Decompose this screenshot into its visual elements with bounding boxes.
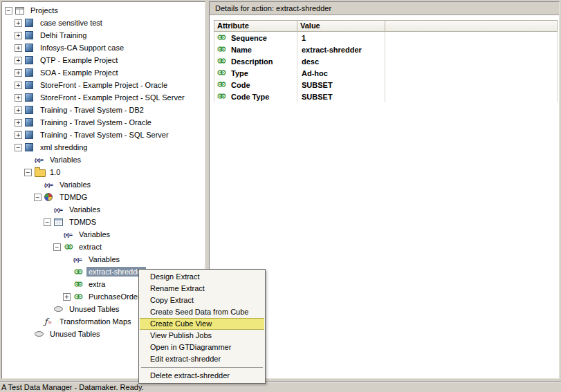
tree-item-label: Transformation Maps	[57, 317, 134, 326]
menu-item-delete-extract-shredder[interactable]: Delete extract-shredder	[140, 370, 264, 382]
attribute-name: Type	[231, 69, 248, 77]
cube-icon	[25, 117, 38, 128]
value-cell: Ad-hoc	[297, 67, 385, 79]
tree-item[interactable]: +QTP - Example Project	[2, 54, 205, 66]
empty-cell	[385, 44, 558, 55]
collapse-icon[interactable]: −	[44, 218, 51, 226]
gears-icon: ⚙⚙	[64, 241, 77, 252]
tree-item[interactable]: +Delhi Training	[2, 29, 205, 41]
pie-icon	[44, 192, 57, 203]
attribute-table-body: ⚙⚙Sequence1⚙⚙Nameextract-shredder⚙⚙Descr…	[214, 32, 558, 102]
empty-cell	[385, 32, 558, 44]
tree-item[interactable]: (x)=Variables	[2, 178, 205, 191]
menu-item-open-in-gtdiagrammer[interactable]: Open in GTDiagrammer	[140, 342, 264, 353]
collapse-icon[interactable]: −	[53, 243, 61, 251]
tree-item[interactable]: +Training - Travel System - Oracle	[2, 116, 205, 129]
tree-item[interactable]: −1.0	[2, 166, 205, 178]
expand-icon[interactable]: +	[15, 32, 22, 39]
expand-icon[interactable]: +	[15, 94, 22, 102]
expand-icon[interactable]: +	[15, 69, 22, 77]
gears-icon: ⚙⚙	[73, 266, 86, 277]
expand-icon[interactable]: +	[15, 106, 22, 114]
tree-item[interactable]: −Projects	[2, 4, 205, 17]
tree-item-label: case sensitive test	[38, 18, 104, 28]
tree-item-label: Variables	[57, 180, 93, 189]
collapse-icon[interactable]: −	[15, 144, 22, 151]
tree-item[interactable]: (x)=Variables	[2, 203, 205, 216]
value-cell: SUBSET	[297, 91, 385, 102]
value-cell: extract-shredder	[297, 44, 385, 55]
tree-item-label: Variables	[48, 155, 83, 165]
gears-icon: ⚙⚙	[217, 91, 230, 102]
tree-item[interactable]: −⚙⚙extract	[2, 241, 205, 253]
attribute-row: ⚙⚙CodeSUBSET	[214, 79, 558, 91]
tree-item[interactable]: +case sensitive test	[2, 17, 205, 29]
attribute-cell: ⚙⚙Code Type	[214, 91, 297, 102]
empty-cell	[385, 55, 558, 67]
collapse-icon[interactable]: −	[24, 169, 32, 176]
expand-icon[interactable]: +	[63, 293, 71, 301]
tree-item[interactable]: −TDMDS	[2, 216, 205, 228]
tree-item[interactable]: (x)=Variables	[2, 228, 205, 241]
gears-icon: ⚙⚙	[73, 279, 86, 290]
varsign-icon: (x)=	[35, 154, 48, 165]
tree-item[interactable]: −xml shredding	[2, 141, 205, 153]
tree-item[interactable]: +StoreFront - Example Project - SQL Serv…	[2, 91, 205, 104]
attribute-cell: ⚙⚙Description	[214, 55, 297, 67]
cube-icon	[25, 129, 38, 140]
menu-item-design-extract[interactable]: Design Extract	[140, 271, 264, 283]
tree-item-label: SOA - Example Project	[38, 68, 120, 77]
attribute-value: 1	[297, 34, 306, 42]
attribute-value: extract-shredder	[297, 46, 362, 54]
cube-icon	[25, 80, 38, 91]
attribute-value: desc	[297, 57, 319, 66]
attribute-row: ⚙⚙TypeAd-hoc	[214, 67, 558, 79]
fx-icon: ƒ	[44, 316, 57, 327]
collapse-icon[interactable]: −	[34, 194, 42, 201]
tree-item[interactable]: (x)=Variables	[2, 253, 205, 265]
tree-item[interactable]: +StoreFront - Example Project - Oracle	[2, 79, 205, 91]
tree-item-label: Training - Travel System - DB2	[38, 105, 146, 115]
column-header-value[interactable]: Value	[297, 20, 385, 32]
attribute-name: Sequence	[231, 34, 267, 42]
empty-cell	[385, 67, 558, 79]
menu-item-view-publish-jobs[interactable]: View Publish Jobs	[140, 330, 264, 342]
cube-icon	[25, 92, 38, 103]
attribute-value: SUBSET	[297, 81, 333, 89]
cube-icon	[25, 17, 38, 28]
tree-item[interactable]: +Infosys-CA Support case	[2, 41, 205, 54]
tree-item[interactable]: +SOA - Example Project	[2, 66, 205, 79]
varsign-icon: (x)=	[54, 204, 67, 215]
attribute-name: Code	[231, 81, 250, 89]
menu-item-copy-extract[interactable]: Copy Extract	[140, 295, 264, 306]
tree-item[interactable]: −TDMDG	[2, 191, 205, 203]
menu-item-create-seed-data-from-cube[interactable]: Create Seed Data from Cube	[140, 306, 264, 318]
column-header-attribute[interactable]: Attribute	[214, 20, 297, 32]
varsign-icon: (x)=	[73, 254, 86, 265]
menu-item-edit-extract-shredder[interactable]: Edit extract-shredder	[140, 353, 264, 365]
menu-item-rename-extract[interactable]: Rename Extract	[140, 283, 264, 295]
gears-icon: ⚙⚙	[217, 32, 230, 44]
attribute-row: ⚙⚙Nameextract-shredder	[214, 44, 558, 55]
tree-item[interactable]: +Training - Travel System - SQL Server	[2, 129, 205, 141]
expand-icon[interactable]: +	[15, 131, 22, 139]
cube-icon	[25, 104, 38, 115]
ellipse-icon	[54, 304, 67, 315]
expand-icon[interactable]: +	[15, 19, 22, 27]
expand-icon[interactable]: +	[15, 44, 22, 52]
status-bar: A Test Data Manager - Datamaker. Ready.	[0, 381, 561, 392]
collapse-icon[interactable]: −	[5, 7, 12, 15]
menu-item-create-cube-view[interactable]: Create Cube View	[140, 318, 264, 330]
tree-item-label: Unused Tables	[67, 304, 122, 314]
expand-icon[interactable]: +	[15, 119, 22, 127]
tree-item[interactable]: (x)=Variables	[2, 153, 205, 166]
tree-item[interactable]: +Training - Travel System - DB2	[2, 104, 205, 116]
tree-item-label: Unused Tables	[48, 329, 102, 339]
gears-icon: ⚙⚙	[217, 44, 230, 55]
expand-icon[interactable]: +	[15, 57, 22, 64]
expand-icon[interactable]: +	[15, 82, 22, 89]
tree-item-label: xml shredding	[38, 142, 89, 152]
value-cell: SUBSET	[297, 79, 385, 91]
attribute-name: Name	[231, 46, 252, 54]
tree-item-label: Projects	[28, 6, 60, 15]
